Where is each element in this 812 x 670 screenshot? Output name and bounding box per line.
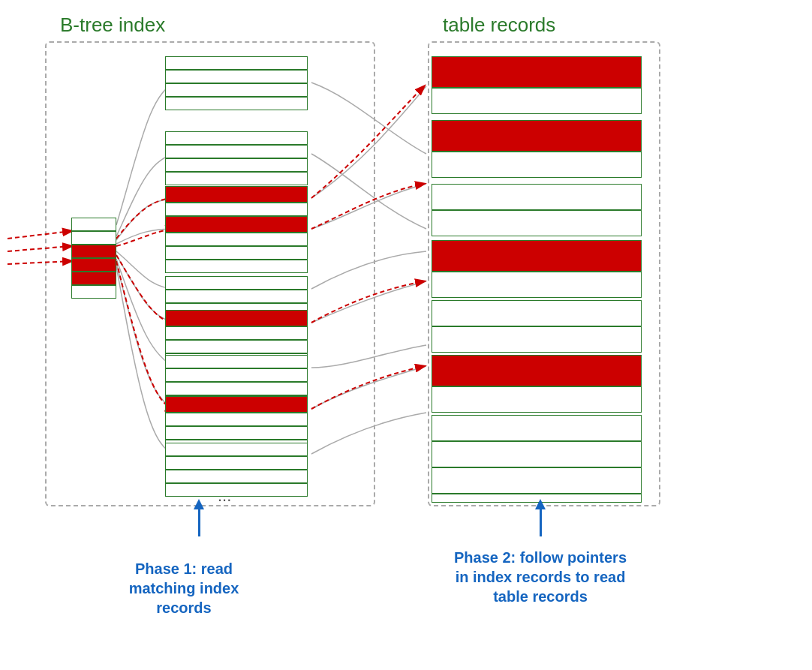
table-block-4 bbox=[432, 240, 642, 298]
ellipsis: ... bbox=[218, 486, 231, 506]
diagram: B-tree index table records bbox=[0, 0, 812, 670]
leaf-block-1 bbox=[165, 56, 308, 110]
leaf-block-2 bbox=[165, 131, 308, 185]
table-block-1 bbox=[432, 56, 642, 114]
table-block-2 bbox=[432, 120, 642, 178]
table-block-6 bbox=[432, 355, 642, 413]
phase1-label: Phase 1: read matching index records bbox=[98, 559, 270, 617]
btree-title: B-tree index bbox=[60, 14, 165, 37]
leaf-block-9 bbox=[165, 443, 308, 497]
table-block-5 bbox=[432, 300, 642, 353]
root-block bbox=[71, 218, 116, 299]
phase2-label: Phase 2: follow pointers in index record… bbox=[424, 548, 657, 606]
table-block-3 bbox=[432, 184, 642, 236]
table-title: table records bbox=[443, 14, 555, 37]
phase2-arrow bbox=[535, 499, 546, 536]
phase1-arrow bbox=[194, 499, 204, 536]
leaf-block-4 bbox=[165, 216, 308, 273]
table-block-8 bbox=[432, 467, 642, 503]
table-block-7 bbox=[432, 415, 642, 467]
